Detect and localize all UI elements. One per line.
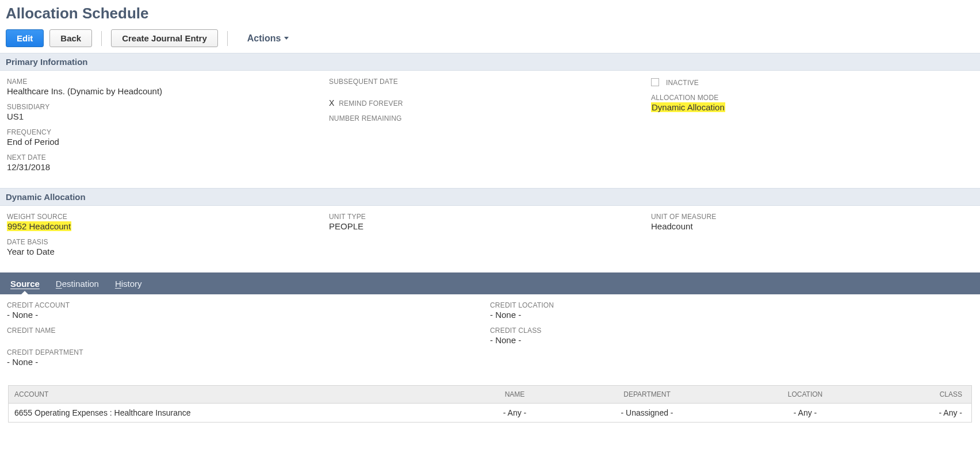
divider (227, 31, 228, 46)
date-basis-value: Year to Date (7, 247, 329, 256)
td-account: 6655 Operating Expenses : Healthcare Ins… (9, 404, 457, 422)
credit-name-label: CREDIT NAME (7, 327, 490, 335)
weight-source-value: 9952 Headcount (7, 221, 71, 231)
credit-location-label: CREDIT LOCATION (490, 301, 973, 309)
th-name: NAME (457, 386, 572, 403)
number-remaining-label: NUMBER REMAINING (329, 114, 651, 122)
subsidiary-value: US1 (7, 112, 329, 121)
page-title: Allocation Schedule (0, 2, 980, 29)
td-department: - Unassigned - (572, 404, 722, 422)
next-date-value: 12/31/2018 (7, 162, 329, 172)
credit-class-value: - None - (490, 335, 973, 345)
credit-account-label: CREDIT ACCOUNT (7, 301, 490, 309)
back-button[interactable]: Back (49, 29, 92, 47)
tab-label: H (115, 279, 121, 289)
subsidiary-label: SUBSIDIARY (7, 103, 329, 111)
tab-history[interactable]: History (115, 272, 142, 294)
actions-menu[interactable]: Actions (237, 33, 289, 44)
name-label: NAME (7, 78, 329, 86)
td-name: - Any - (457, 404, 572, 422)
remind-forever-label: REMIND FOREVER (339, 99, 403, 108)
section-header-dynamic: Dynamic Allocation (0, 188, 980, 206)
credit-account-value: - None - (7, 310, 490, 320)
section-header-primary: Primary Information (0, 53, 980, 71)
table-header: ACCOUNT NAME DEPARTMENT LOCATION CLASS (9, 386, 971, 404)
name-value: Healthcare Ins. (Dynamic by Headcount) (7, 86, 329, 96)
edit-button[interactable]: Edit (6, 29, 44, 47)
allocation-mode-label: ALLOCATION MODE (651, 94, 973, 102)
chevron-down-icon (284, 37, 289, 40)
td-location: - Any - (722, 404, 889, 422)
remind-forever-mark: X (329, 98, 334, 108)
date-basis-label: DATE BASIS (7, 238, 329, 246)
frequency-value: End of Period (7, 137, 329, 147)
credit-location-value: - None - (490, 310, 973, 320)
subsequent-date-label: SUBSEQUENT DATE (329, 78, 651, 86)
uom-value: Headcount (651, 221, 973, 231)
td-class: - Any - (889, 404, 971, 422)
th-department: DEPARTMENT (572, 386, 722, 403)
credit-department-label: CREDIT DEPARTMENT (7, 348, 490, 356)
credit-department-value: - None - (7, 357, 490, 367)
unit-type-label: UNIT TYPE (329, 213, 651, 221)
frequency-label: FREQUENCY (7, 128, 329, 136)
next-date-label: NEXT DATE (7, 153, 329, 162)
inactive-label: INACTIVE (666, 79, 699, 87)
tab-label: D (56, 279, 62, 289)
source-table: ACCOUNT NAME DEPARTMENT LOCATION CLASS 6… (8, 385, 972, 423)
toolbar: Edit Back Create Journal Entry Actions (0, 29, 980, 53)
credit-class-label: CREDIT CLASS (490, 327, 973, 335)
tab-destination[interactable]: Destination (56, 272, 99, 294)
uom-label: UNIT OF MEASURE (651, 213, 973, 221)
table-row[interactable]: 6655 Operating Expenses : Healthcare Ins… (9, 404, 971, 422)
allocation-mode-value: Dynamic Allocation (651, 102, 725, 112)
inactive-checkbox[interactable] (651, 78, 659, 86)
actions-label: Actions (247, 33, 281, 44)
unit-type-value: PEOPLE (329, 221, 651, 231)
weight-source-label: WEIGHT SOURCE (7, 213, 329, 221)
th-account: ACCOUNT (9, 386, 457, 403)
divider (101, 31, 102, 46)
th-location: LOCATION (722, 386, 889, 403)
tabs: Source Destination History (0, 272, 980, 294)
th-class: CLASS (889, 386, 971, 403)
create-journal-entry-button[interactable]: Create Journal Entry (111, 29, 218, 47)
tab-source[interactable]: Source (10, 272, 40, 294)
